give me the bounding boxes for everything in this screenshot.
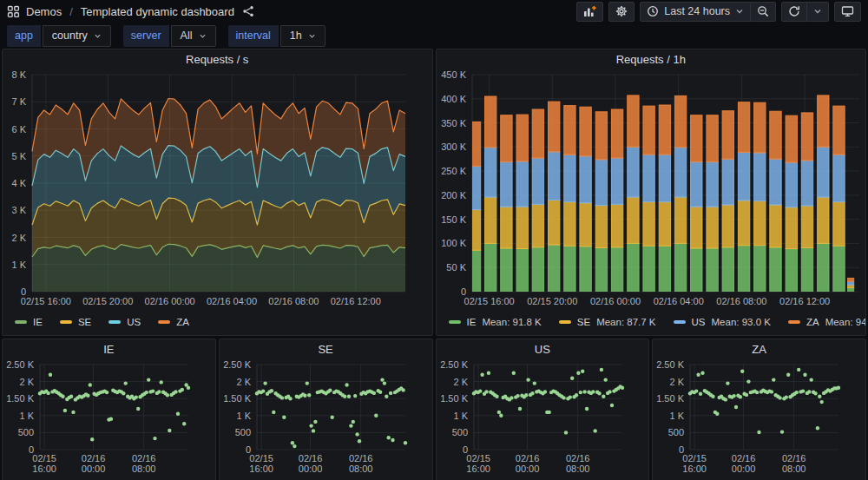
svg-text:250 K: 250 K	[441, 166, 466, 176]
chevron-down-icon	[735, 7, 744, 16]
legend-label: ZA	[806, 317, 819, 327]
svg-text:500: 500	[18, 427, 34, 437]
variable-server: server All	[123, 25, 216, 47]
dashboard-toolbar: Last 24 hours	[576, 2, 861, 22]
svg-text:500: 500	[668, 427, 684, 437]
variable-app-selected: country	[52, 30, 88, 42]
requests-per-1h-chart[interactable]: 050 K100 K150 K200 K250 K300 K350 K400 K…	[437, 69, 865, 311]
svg-text:02/15 16:00: 02/15 16:00	[464, 296, 514, 306]
variable-interval-selected: 1h	[290, 30, 302, 42]
legend-swatch	[158, 320, 170, 324]
breadcrumb-section[interactable]: Demos	[26, 5, 62, 18]
svg-text:2.50 K: 2.50 K	[440, 359, 468, 370]
panel-add-icon	[583, 5, 596, 17]
legend-item[interactable]: ZA	[158, 317, 189, 327]
legend-label: US	[692, 317, 706, 327]
svg-text:08:00: 08:00	[349, 464, 373, 474]
legend-mean-value: Mean: 91.8 K	[482, 317, 541, 327]
us-scatter-chart[interactable]: 05001 K1.50 K2 K2.50 K02/1516:0002/1600:…	[437, 359, 648, 477]
add-panel-button[interactable]	[576, 2, 603, 22]
svg-text:02/15: 02/15	[249, 453, 273, 464]
panel-title[interactable]: US	[437, 339, 649, 359]
legend-item[interactable]: IEMean: 91.8 K	[449, 317, 542, 327]
svg-text:1 K: 1 K	[19, 411, 34, 421]
svg-text:00:00: 00:00	[82, 464, 106, 474]
time-range-picker[interactable]: Last 24 hours	[640, 2, 751, 22]
panel-us: US 05001 K1.50 K2 K2.50 K02/1516:0002/16…	[436, 339, 650, 480]
variable-app: app country	[7, 25, 111, 47]
svg-text:1 K: 1 K	[236, 411, 251, 421]
svg-text:1 K: 1 K	[453, 411, 468, 421]
legend-item[interactable]: SE	[60, 317, 91, 327]
svg-text:16:00: 16:00	[683, 464, 707, 474]
legend-label: IE	[467, 317, 477, 327]
kiosk-mode-button[interactable]	[834, 2, 861, 22]
svg-text:02/16 00:00: 02/16 00:00	[145, 296, 195, 306]
svg-text:02/15: 02/15	[683, 453, 707, 464]
variable-app-label: app	[7, 25, 41, 47]
variable-interval: interval 1h	[228, 25, 326, 47]
svg-text:3 K: 3 K	[11, 205, 26, 215]
svg-text:02/16: 02/16	[782, 453, 806, 464]
refresh-interval-dropdown[interactable]	[807, 2, 829, 22]
svg-text:02/16: 02/16	[349, 453, 373, 464]
svg-text:2 K: 2 K	[236, 377, 251, 387]
variable-interval-value[interactable]: 1h	[280, 25, 326, 47]
breadcrumb-separator: /	[68, 5, 75, 18]
requests-per-1h-legend: IEMean: 91.8 KSEMean: 87.7 KUSMean: 93.0…	[437, 311, 866, 333]
variable-server-value[interactable]: All	[171, 25, 216, 47]
variable-app-value[interactable]: country	[43, 25, 111, 47]
dashboard-settings-button[interactable]	[608, 2, 635, 22]
svg-text:02/16 00:00: 02/16 00:00	[589, 296, 640, 306]
panel-title[interactable]: IE	[3, 339, 215, 359]
svg-text:16:00: 16:00	[466, 464, 490, 474]
svg-text:16:00: 16:00	[249, 464, 273, 474]
svg-text:02/16: 02/16	[565, 453, 589, 464]
panel-requests-per-1h: Requests / 1h 050 K100 K150 K200 K250 K3…	[436, 49, 867, 336]
legend-item[interactable]: ZAMean: 94.0 K	[788, 317, 865, 327]
kiosk-icon	[841, 5, 854, 17]
legend-item[interactable]: USMean: 93.0 K	[674, 317, 771, 327]
svg-text:08:00: 08:00	[782, 464, 806, 474]
breadcrumb: Demos / Templated dynamic dashboard	[7, 5, 254, 18]
svg-text:00:00: 00:00	[299, 464, 323, 474]
legend-mean-value: Mean: 93.0 K	[712, 317, 771, 327]
legend-mean-value: Mean: 87.7 K	[596, 317, 655, 327]
svg-text:02/16 12:00: 02/16 12:00	[331, 296, 381, 306]
zoom-out-button[interactable]	[751, 2, 776, 22]
svg-text:02/16: 02/16	[732, 453, 756, 464]
clock-icon	[647, 5, 659, 17]
svg-text:2.50 K: 2.50 K	[223, 359, 251, 370]
legend-swatch	[449, 320, 461, 324]
refresh-button[interactable]	[781, 2, 807, 22]
svg-text:2 K: 2 K	[19, 377, 34, 387]
svg-text:02/15: 02/15	[466, 453, 490, 464]
svg-text:2 K: 2 K	[453, 377, 468, 387]
ie-scatter-chart[interactable]: 05001 K1.50 K2 K2.50 K02/1516:0002/1600:…	[3, 359, 214, 477]
svg-text:02/16 04:00: 02/16 04:00	[207, 296, 257, 306]
apps-icon[interactable]	[7, 5, 20, 18]
svg-text:02/16 12:00: 02/16 12:00	[779, 296, 830, 306]
svg-text:00:00: 00:00	[515, 464, 539, 474]
svg-text:02/16: 02/16	[82, 453, 106, 464]
dashboard-grid: Requests / s 01 K2 K3 K4 K5 K6 K7 K8 K02…	[0, 47, 868, 480]
legend-label: SE	[78, 317, 91, 327]
legend-mean-value: Mean: 94.0 K	[825, 317, 865, 327]
svg-text:2 K: 2 K	[670, 377, 685, 387]
svg-text:2.50 K: 2.50 K	[656, 359, 684, 370]
panel-title[interactable]: Requests / s	[3, 49, 432, 69]
za-scatter-chart[interactable]: 05001 K1.50 K2 K2.50 K02/1516:0002/1600:…	[654, 359, 865, 477]
legend-item[interactable]: SEMean: 87.7 K	[559, 317, 656, 327]
legend-item[interactable]: IE	[15, 317, 43, 327]
variable-server-label: server	[123, 25, 169, 47]
requests-per-s-chart[interactable]: 01 K2 K3 K4 K5 K6 K7 K8 K02/15 16:0002/1…	[3, 69, 431, 311]
legend-item[interactable]: US	[108, 317, 141, 327]
legend-label: SE	[577, 317, 590, 327]
se-scatter-chart[interactable]: 05001 K1.50 K2 K2.50 K02/1516:0002/1600:…	[220, 359, 431, 477]
panel-title[interactable]: Requests / 1h	[437, 49, 866, 69]
breadcrumb-page-title[interactable]: Templated dynamic dashboard	[81, 5, 234, 18]
panel-title[interactable]: SE	[220, 339, 432, 359]
panel-title[interactable]: ZA	[653, 339, 865, 359]
share-icon[interactable]	[242, 5, 254, 17]
svg-text:5 K: 5 K	[11, 151, 26, 161]
